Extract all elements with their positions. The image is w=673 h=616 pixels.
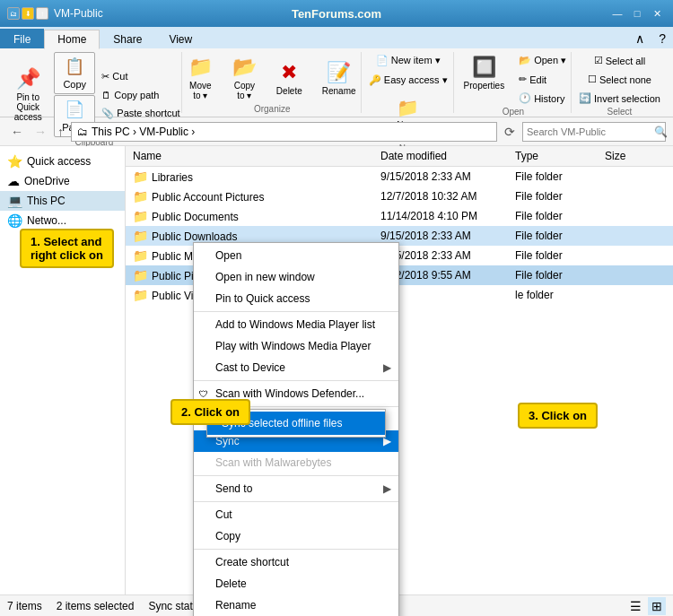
refresh-button[interactable]: ⟳	[501, 123, 519, 141]
properties-button[interactable]: 🔲 Properties	[456, 52, 513, 107]
column-size[interactable]: Size	[601, 148, 673, 164]
ctx-sep-4	[194, 475, 398, 476]
organize-group-label: Organize	[254, 104, 291, 116]
ctx-pin-label: Pin to Quick access	[215, 292, 310, 305]
ctx-pin-quick-access[interactable]: Pin to Quick access	[194, 288, 398, 309]
edit-button[interactable]: ✏ Edit	[514, 71, 571, 88]
rename-button[interactable]: 📝 Rename	[314, 57, 364, 100]
copy-to-icon: 📂	[232, 56, 257, 79]
sidebar-item-quick-access[interactable]: ⭐ Quick access	[0, 152, 125, 171]
tab-share[interactable]: Share	[100, 29, 155, 48]
title-bar-left: 🗂 ⬇ ↑ VM-Public	[7, 7, 103, 20]
select-none-button[interactable]: ☐ Select none	[583, 71, 656, 88]
ribbon-content: 📌 Pin to Quick access 📋 Copy 📄 Paste	[0, 48, 673, 117]
sidebar-item-this-pc[interactable]: 💻 This PC	[0, 191, 125, 211]
ctx-add-media[interactable]: Add to Windows Media Player list	[194, 314, 398, 335]
cut-button[interactable]: ✂ Cut	[97, 68, 184, 85]
copy-to-button[interactable]: 📂 Copyto ▾	[224, 52, 265, 104]
folder-icon: 📁	[133, 209, 148, 223]
file-type: File folder	[511, 267, 601, 283]
search-box[interactable]: 🔍	[522, 122, 666, 142]
file-size	[601, 273, 673, 277]
move-icon: 📁	[188, 56, 213, 79]
history-button[interactable]: 🕐 History	[514, 90, 571, 107]
column-name[interactable]: Name	[126, 148, 377, 164]
cut-label: Cut	[112, 71, 127, 82]
move-to-label: Moveto ▾	[189, 81, 211, 100]
network-icon: 🌐	[7, 213, 22, 228]
edit-label: Edit	[529, 74, 546, 85]
new-folder-icon: 📁	[397, 97, 419, 118]
ctx-cast[interactable]: Cast to Device ▶	[194, 357, 398, 378]
ctx-copy[interactable]: Copy	[194, 525, 398, 547]
table-row[interactable]: 📁Libraries 9/15/2018 2:33 AM File folder	[126, 167, 673, 187]
tab-file[interactable]: File	[0, 29, 44, 48]
table-row[interactable]: 📁Public Account Pictures 12/7/2018 10:32…	[126, 187, 673, 206]
paste-shortcut-icon: 📎	[101, 108, 114, 119]
column-type[interactable]: Type	[511, 148, 601, 164]
paste-shortcut-button[interactable]: 📎 Paste shortcut	[97, 105, 184, 122]
copy-path-button[interactable]: 🗒 Copy path	[97, 87, 184, 103]
invert-icon: 🔄	[579, 92, 591, 104]
open-button[interactable]: 📂 Open ▾	[514, 52, 571, 69]
ribbon-tabs: File Home Share View ∧ ?	[0, 27, 673, 48]
ctx-play-media[interactable]: Play with Windows Media Player	[194, 335, 398, 357]
easy-access-button[interactable]: 🔑 Easy access ▾	[364, 72, 452, 89]
ctx-cut[interactable]: Cut	[194, 504, 398, 525]
tab-view[interactable]: View	[155, 29, 205, 48]
back-button[interactable]: ←	[7, 123, 27, 141]
easy-access-icon: 🔑	[369, 74, 381, 86]
file-type: File folder	[511, 247, 601, 264]
edit-icon: ✏	[519, 74, 527, 85]
ctx-open-new-window[interactable]: Open in new window	[194, 266, 398, 288]
close-button[interactable]: ✕	[648, 4, 666, 22]
ctx-send-to[interactable]: Send to ▶	[194, 478, 398, 499]
new-item-button[interactable]: 📄 New item ▾	[371, 52, 445, 69]
ctx-rename[interactable]: Rename	[194, 594, 398, 616]
ribbon-collapse-button[interactable]: ∧	[628, 29, 651, 48]
defender-icon: 🛡	[199, 389, 208, 399]
forward-button[interactable]: →	[31, 123, 50, 141]
ctx-create-shortcut[interactable]: Create shortcut	[194, 551, 398, 573]
quick-access-label: Quick access	[27, 155, 91, 168]
delete-button[interactable]: ✖ Delete	[268, 57, 310, 100]
move-to-button[interactable]: 📁 Moveto ▾	[180, 52, 221, 104]
help-button[interactable]: ?	[651, 29, 673, 48]
ctx-send-to-label: Send to	[215, 482, 252, 495]
file-name: 📁Public Account Pictures	[126, 187, 377, 205]
folder-icon: 📁	[133, 248, 148, 263]
table-row[interactable]: 📁Public Documents 11/14/2018 4:10 PM Fil…	[126, 206, 673, 226]
sidebar-item-network[interactable]: 🌐 Netwo...	[0, 211, 125, 230]
details-view-button[interactable]: ⊞	[648, 597, 666, 615]
address-path[interactable]: 🗂 This PC › VM-Public ›	[71, 122, 497, 142]
ctx-play-media-label: Play with Windows Media Player	[215, 340, 371, 352]
select-all-icon: ☑	[594, 55, 603, 66]
search-input[interactable]	[527, 126, 651, 137]
new-item-label: New item ▾	[391, 55, 441, 66]
callout-1-text: 1. Select andright click on	[31, 235, 103, 262]
copy-button[interactable]: 📋 Copy	[54, 52, 95, 94]
file-size	[601, 234, 673, 238]
ctx-send-to-arrow: ▶	[383, 482, 391, 495]
file-name: 📁Public Documents	[126, 207, 377, 225]
select-none-label: Select none	[599, 74, 651, 85]
sidebar-item-onedrive[interactable]: ☁ OneDrive	[0, 171, 125, 191]
maximize-button[interactable]: □	[628, 4, 646, 22]
selected-count: 2 items selected	[57, 600, 135, 612]
window-icons: 🗂 ⬇ ↑	[7, 7, 48, 20]
ctx-sep-5	[194, 501, 398, 502]
up-button[interactable]: ↑	[54, 123, 67, 141]
tab-home[interactable]: Home	[44, 30, 100, 49]
list-view-button[interactable]: ☰	[626, 597, 644, 615]
minimize-button[interactable]: —	[608, 4, 626, 22]
properties-label: Properties	[464, 81, 505, 91]
ctx-open[interactable]: Open	[194, 245, 398, 266]
callout-3-text: 3. Click on	[529, 409, 587, 422]
column-date[interactable]: Date modified	[377, 148, 511, 164]
pin-to-quick-access-button[interactable]: 📌 Pin to Quick access	[4, 64, 52, 126]
invert-selection-button[interactable]: 🔄 Invert selection	[574, 90, 665, 107]
ctx-delete[interactable]: Delete	[194, 573, 398, 594]
star-icon: ⭐	[7, 154, 22, 169]
select-all-button[interactable]: ☑ Select all	[590, 52, 651, 69]
ctx-open-label: Open	[215, 249, 241, 262]
